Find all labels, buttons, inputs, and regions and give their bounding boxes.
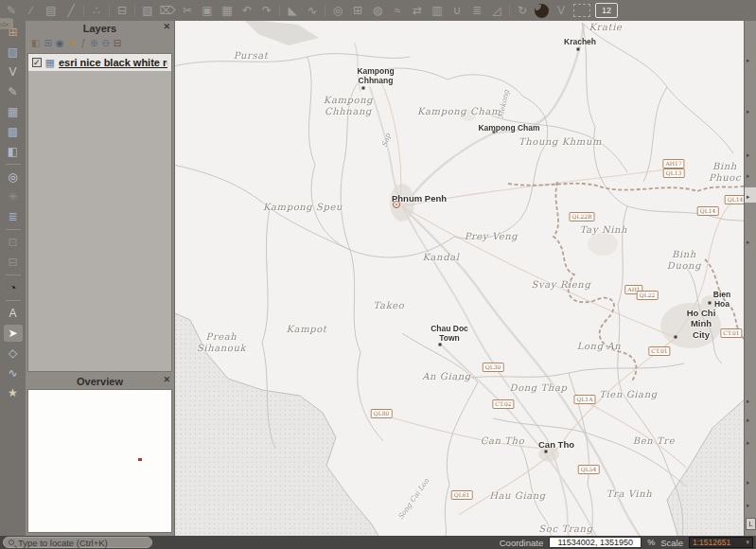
temporal-controller-icon[interactable]: ◔ xyxy=(4,279,23,296)
manage-map-themes-icon[interactable]: ◉ xyxy=(56,39,64,48)
new-virtual-layer-icon[interactable]: ▩ xyxy=(4,123,23,140)
dock-tab-arrow-icon[interactable]: ▸ xyxy=(747,479,750,486)
dock-tab-arrow-icon[interactable]: ▸ xyxy=(747,57,750,63)
city-marker xyxy=(493,131,496,133)
merge-features-icon[interactable]: ∪ xyxy=(449,3,465,18)
dock-tab-arrow-icon[interactable]: ▸ xyxy=(747,172,750,179)
reshape-features-icon[interactable]: ▧ xyxy=(140,3,155,18)
dock-tab-arrow-icon[interactable]: ▸ xyxy=(747,398,750,404)
save-layer-edits-icon[interactable]: ▤ xyxy=(44,3,59,18)
dock-tab-arrow-icon[interactable]: ▸ xyxy=(747,439,750,446)
delete-selected-icon[interactable]: ⌦ xyxy=(160,3,175,18)
split-features-icon[interactable]: ⇄ xyxy=(410,3,425,18)
layers-panel-title: Layers ✕ xyxy=(26,21,174,35)
db-manager-icon[interactable]: ≣ xyxy=(4,208,23,225)
digitize-line-icon[interactable]: ╱ xyxy=(63,3,79,18)
dock-tab-arrow-icon[interactable]: ▸ xyxy=(747,151,750,158)
toolbar-separator xyxy=(325,5,325,16)
add-wms-layer-icon[interactable]: ◧ xyxy=(4,143,23,160)
layer-row[interactable]: ✓ ▦ esri nice black white red xyxy=(28,54,171,71)
collapse-all-icon[interactable]: ⊖ xyxy=(101,39,109,48)
new-shapefile-icon[interactable]: V xyxy=(4,63,23,80)
status-bar: Coordinate % Scale 1:1512651 ▾ xyxy=(0,536,756,549)
rotate-point-icon[interactable]: ↻ xyxy=(515,3,530,18)
layers-panel-close-icon[interactable]: ✕ xyxy=(163,22,170,31)
styling-toolbox-icon[interactable]: ▧ xyxy=(4,44,23,61)
layer-diagram-icon[interactable]: A xyxy=(4,305,23,322)
right-dock-strip: L ▸▸▸▸▸▸▸▸▸▸▸ xyxy=(744,21,756,536)
toolbar-separator xyxy=(134,5,135,16)
vertex-tool-icon[interactable]: ∴ xyxy=(89,3,104,18)
scale-value: 1:1512651 xyxy=(693,538,730,547)
dock-bottom-button[interactable]: L xyxy=(746,518,756,530)
rotate-feature-icon[interactable]: ◣ xyxy=(285,3,300,18)
metasearch-icon[interactable]: ◎ xyxy=(4,168,23,186)
overview-map[interactable] xyxy=(27,389,172,533)
layers-panel: Layers ✕ ◧⊞◉▼ƒ⊕⊖⊟ ✓ ▦ esri nice black wh… xyxy=(26,21,174,374)
add-layer-icon[interactable]: ⊞ xyxy=(4,24,23,41)
city-marker xyxy=(675,336,677,339)
merge-attributes-icon[interactable]: ≣ xyxy=(469,3,484,18)
zoom-level-box[interactable]: 12 xyxy=(595,3,618,18)
paste-features-icon[interactable]: ▦ xyxy=(220,3,235,18)
dock-area: Layers ✕ ◧⊞◉▼ƒ⊕⊖⊟ ✓ ▦ esri nice black wh… xyxy=(26,21,175,536)
scale-label: Scale xyxy=(660,538,683,548)
dock-tab-arrow-icon[interactable]: ▸ xyxy=(747,239,750,245)
dock-tab-arrow-icon[interactable]: ▸ xyxy=(747,108,750,115)
locate-bar[interactable] xyxy=(3,537,152,548)
elevation-profile-icon[interactable] xyxy=(573,4,590,17)
expand-all-icon[interactable]: ⊕ xyxy=(90,39,97,48)
redo-icon[interactable]: ↷ xyxy=(259,3,274,18)
marker-annotation-icon[interactable]: ★ xyxy=(4,384,23,401)
add-ring-icon[interactable]: ◎ xyxy=(330,3,345,18)
toolbar-separator xyxy=(83,5,84,16)
layer-checkbox[interactable]: ✓ xyxy=(32,58,42,67)
dock-tab-arrow-icon[interactable]: ▸ xyxy=(747,193,750,200)
trim-extend-icon[interactable]: ◿ xyxy=(489,3,504,18)
filter-legend-icon[interactable]: ▼ xyxy=(68,39,78,48)
remove-layer-icon[interactable]: ⊟ xyxy=(114,39,121,48)
copy-features-icon[interactable]: ▣ xyxy=(200,3,215,18)
locate-input[interactable] xyxy=(18,538,141,548)
new-grass-layer-icon[interactable]: ▦ xyxy=(4,103,23,120)
fill-ring-icon[interactable]: ◍ xyxy=(370,3,385,18)
extent-toggle-icon[interactable]: % xyxy=(647,538,655,547)
open-layer-styling-icon[interactable]: ◧ xyxy=(31,39,40,48)
overview-extent-marker xyxy=(138,458,142,461)
geocode-icon[interactable]: ⊡ xyxy=(4,234,23,251)
scale-select[interactable]: 1:1512651 ▾ xyxy=(689,537,753,548)
new-geopackage-icon[interactable]: ✎ xyxy=(4,83,23,100)
simplify-feature-icon[interactable]: ∿ xyxy=(305,3,320,18)
split-parts-icon[interactable]: ▥ xyxy=(430,3,445,18)
current-edits-icon[interactable]: ✎ xyxy=(4,3,19,18)
city-marker xyxy=(709,302,712,305)
add-group-icon[interactable]: ⊞ xyxy=(44,39,51,48)
qgis-window: ✎∕▤╱∴⊟▧⌦✂▣▦↶↷◣∿◎⊞◍≈⇄▥∪≣◿↻ V 12 ⊞▧V✎▦▩◧◎✳… xyxy=(0,0,756,549)
select-tool-icon[interactable]: ➤ xyxy=(4,325,23,342)
undo-icon[interactable]: ↶ xyxy=(239,3,255,18)
processing-swirl-icon[interactable] xyxy=(535,4,549,18)
city-marker xyxy=(393,201,400,208)
map-canvas[interactable]: KratiePursatKampong ChhnangKampong ChamT… xyxy=(175,21,744,536)
coordinate-input[interactable] xyxy=(549,537,642,548)
statistics-icon[interactable]: ⊟ xyxy=(4,254,23,271)
grass-tools-icon[interactable]: ✳ xyxy=(4,188,23,205)
dock-tab-arrow-icon[interactable]: ▸ xyxy=(747,416,750,423)
line-annotation-icon[interactable]: ∿ xyxy=(4,364,23,381)
dock-tab-arrow-icon[interactable]: ▸ xyxy=(747,502,750,508)
toggle-editing-icon[interactable]: ∕ xyxy=(24,3,39,18)
city-marker xyxy=(362,87,365,90)
overview-panel-close-icon[interactable]: ✕ xyxy=(163,375,170,384)
offset-curve-icon[interactable]: ≈ xyxy=(390,3,405,18)
cut-features-icon[interactable]: ✂ xyxy=(180,3,195,18)
layers-list: ✓ ▦ esri nice black white red xyxy=(27,53,172,372)
top-toolbar: ✎∕▤╱∴⊟▧⌦✂▣▦↶↷◣∿◎⊞◍≈⇄▥∪≣◿↻ V 12 xyxy=(0,0,756,21)
modify-attributes-icon[interactable]: ⊟ xyxy=(114,3,130,18)
add-part-icon[interactable]: ⊞ xyxy=(350,3,365,18)
toolbar-separator xyxy=(6,300,21,301)
layer-name[interactable]: esri nice black white red xyxy=(59,57,167,68)
filter-expression-icon[interactable]: ƒ xyxy=(80,39,86,48)
vertex-editor-icon[interactable]: V xyxy=(554,3,569,18)
layers-panel-title-text: Layers xyxy=(83,23,116,34)
polygon-annotation-icon[interactable]: ◇ xyxy=(4,345,23,362)
